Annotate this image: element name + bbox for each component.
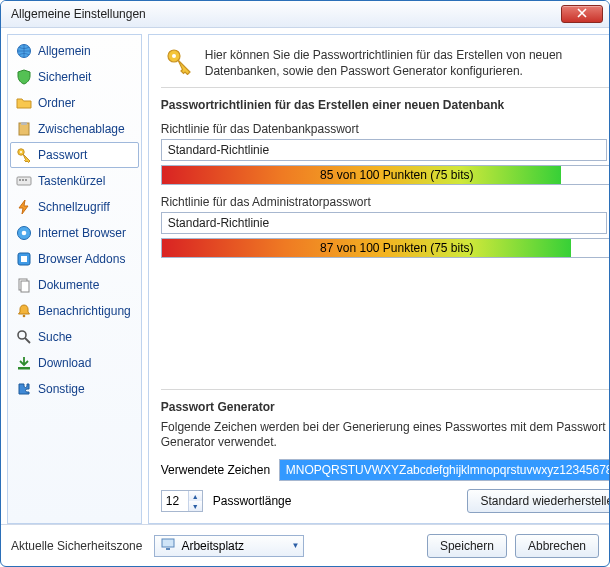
db-policy-score-text: 85 von 100 Punkten (75 bits) [320, 168, 473, 182]
spinner-up[interactable]: ▲ [189, 491, 202, 501]
puzzle-icon [16, 381, 32, 397]
security-zone-label: Aktuelle Sicherheitszone [11, 539, 142, 553]
sidebar-item-passwort[interactable]: Passwort [10, 142, 139, 168]
svg-rect-6 [19, 179, 21, 181]
workstation-icon [161, 537, 175, 554]
chars-input[interactable]: MNOPQRSTUVWXYZabcdefghijklmnopqrstuvwxyz… [279, 459, 610, 481]
admin-policy-label: Richtlinie für das Administratorpasswort [161, 195, 610, 209]
svg-point-15 [23, 315, 26, 318]
sidebar-item-browser-addons[interactable]: Browser Addons [10, 246, 139, 272]
svg-rect-22 [162, 539, 174, 547]
admin-policy-score-text: 87 von 100 Punkten (75 bits) [320, 241, 473, 255]
generator-section-title: Passwort Generator [161, 400, 610, 414]
length-spinner[interactable]: ▲ ▼ [161, 490, 203, 512]
sidebar-item-zwischenablage[interactable]: Zwischenablage [10, 116, 139, 142]
sidebar-item-benachrichtigung[interactable]: Benachrichtigung [10, 298, 139, 324]
sidebar-item-tastenkuerzel[interactable]: Tastenkürzel [10, 168, 139, 194]
footer: Aktuelle Sicherheitszone Arbeitsplatz ▼ … [1, 524, 609, 566]
spinner-down[interactable]: ▼ [189, 501, 202, 511]
download-icon [16, 355, 32, 371]
sidebar-item-label: Download [38, 356, 91, 370]
sidebar-item-download[interactable]: Download [10, 350, 139, 376]
sidebar-item-label: Zwischenablage [38, 122, 125, 136]
sidebar-item-label: Suche [38, 330, 72, 344]
window-body: Allgemein Sicherheit Ordner Zwischenabla… [1, 28, 609, 524]
svg-point-19 [172, 54, 176, 58]
globe-icon [16, 43, 32, 59]
close-icon [577, 7, 587, 21]
bell-icon [16, 303, 32, 319]
quickaccess-icon [16, 199, 32, 215]
svg-rect-2 [21, 122, 27, 125]
info-banner: Hier können Sie die Passwortrichtlinien … [161, 45, 610, 88]
length-label: Passwortlänge [213, 494, 292, 508]
shortcut-icon [16, 173, 32, 189]
addon-icon [16, 251, 32, 267]
settings-window: Allgemeine Einstellungen Allgemein Siche… [0, 0, 610, 567]
documents-icon [16, 277, 32, 293]
folder-icon [16, 95, 32, 111]
generator-desc: Folgende Zeichen werden bei der Generier… [161, 420, 610, 451]
sidebar-item-ordner[interactable]: Ordner [10, 90, 139, 116]
browser-icon [16, 225, 32, 241]
reset-defaults-button[interactable]: Standard wiederherstellen [467, 489, 610, 513]
sidebar-item-label: Allgemein [38, 44, 91, 58]
main-panel: Hier können Sie die Passwortrichtlinien … [148, 34, 610, 524]
sidebar-item-label: Passwort [38, 148, 87, 162]
sidebar-item-label: Sonstige [38, 382, 85, 396]
close-button[interactable] [561, 5, 603, 23]
sidebar-item-label: Browser Addons [38, 252, 125, 266]
svg-point-10 [22, 231, 27, 236]
db-policy-input[interactable]: Standard-Richtlinie [161, 139, 607, 161]
sidebar-item-allgemein[interactable]: Allgemein [10, 38, 139, 64]
admin-policy-input[interactable]: Standard-Richtlinie [161, 212, 607, 234]
sidebar: Allgemein Sicherheit Ordner Zwischenabla… [7, 34, 142, 524]
svg-rect-17 [18, 367, 30, 370]
titlebar: Allgemeine Einstellungen [1, 1, 609, 28]
security-zone-combo[interactable]: Arbeitsplatz ▼ [154, 535, 304, 557]
length-input[interactable] [162, 494, 188, 508]
key-icon [16, 147, 32, 163]
banner-text: Hier können Sie die Passwortrichtlinien … [205, 47, 610, 79]
security-zone-value: Arbeitsplatz [181, 539, 244, 553]
svg-rect-12 [21, 256, 27, 262]
sidebar-item-label: Schnellzugriff [38, 200, 110, 214]
svg-point-16 [18, 331, 26, 339]
sidebar-item-dokumente[interactable]: Dokumente [10, 272, 139, 298]
key-large-icon [165, 47, 193, 75]
svg-rect-7 [22, 179, 24, 181]
admin-policy-strength-meter: 87 von 100 Punkten (75 bits) [161, 238, 610, 258]
sidebar-item-sonstige[interactable]: Sonstige [10, 376, 139, 402]
chevron-down-icon: ▼ [292, 541, 300, 550]
save-button[interactable]: Speichern [427, 534, 507, 558]
search-icon [16, 329, 32, 345]
sidebar-item-sicherheit[interactable]: Sicherheit [10, 64, 139, 90]
clipboard-icon [16, 121, 32, 137]
sidebar-item-label: Tastenkürzel [38, 174, 105, 188]
sidebar-item-label: Internet Browser [38, 226, 126, 240]
svg-rect-8 [25, 179, 27, 181]
chars-label: Verwendete Zeichen [161, 463, 273, 477]
sidebar-item-label: Ordner [38, 96, 75, 110]
sidebar-item-label: Sicherheit [38, 70, 91, 84]
svg-point-4 [20, 151, 22, 153]
shield-icon [16, 69, 32, 85]
svg-rect-14 [21, 281, 29, 292]
sidebar-item-schnellzugriff[interactable]: Schnellzugriff [10, 194, 139, 220]
policies-section-title: Passwortrichtlinien für das Erstellen ei… [161, 98, 610, 112]
sidebar-item-suche[interactable]: Suche [10, 324, 139, 350]
sidebar-item-label: Dokumente [38, 278, 99, 292]
db-policy-label: Richtlinie für das Datenbankpasswort [161, 122, 610, 136]
db-policy-strength-meter: 85 von 100 Punkten (75 bits) [161, 165, 610, 185]
cancel-button[interactable]: Abbrechen [515, 534, 599, 558]
svg-rect-23 [166, 548, 170, 550]
sidebar-item-label: Benachrichtigung [38, 304, 131, 318]
sidebar-item-internet-browser[interactable]: Internet Browser [10, 220, 139, 246]
window-title: Allgemeine Einstellungen [11, 7, 146, 21]
